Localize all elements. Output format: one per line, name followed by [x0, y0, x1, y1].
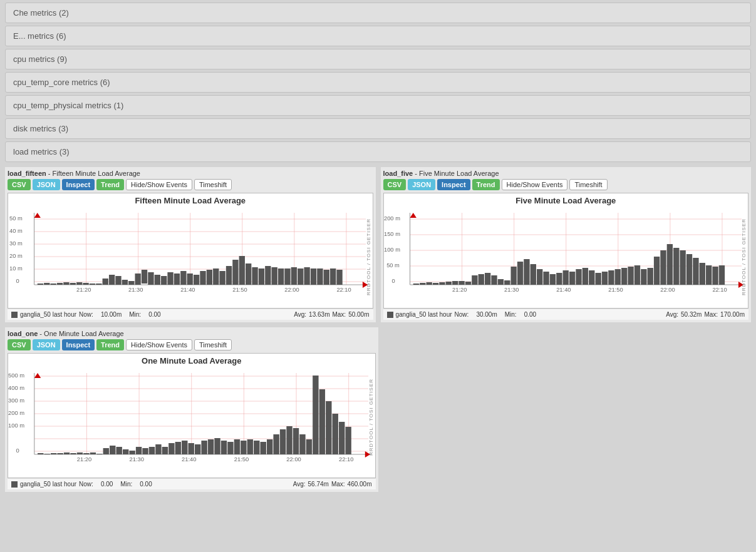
metric-desc-one: One Minute Load Average	[44, 330, 124, 337]
chart-footer-fifteen: ganglia_50 last hour Now: 10.00m Min: 0.…	[8, 309, 373, 320]
max-label-fifteen: Max:	[332, 311, 346, 318]
svg-rect-104	[445, 282, 451, 285]
svg-text:200 m: 200 m	[8, 410, 24, 416]
chart-footer-five: ganglia_50 last hour Now: 30.00m Min: 0.…	[383, 309, 749, 320]
min-label-five: Min:	[505, 311, 517, 318]
empty-right	[383, 327, 752, 492]
svg-rect-178	[51, 453, 56, 454]
svg-text:500 m: 500 m	[8, 372, 24, 379]
svg-rect-209	[254, 441, 259, 454]
avg-val-five: 50.32m	[681, 311, 702, 318]
svg-text:50 m: 50 m	[9, 215, 23, 222]
inspect-btn-one[interactable]: Inspect	[62, 339, 95, 350]
chart-container-one: One Minute Load Average	[8, 353, 376, 478]
now-label-five: Now:	[455, 311, 469, 318]
group-e[interactable]: E... metrics (6)	[5, 26, 751, 46]
svg-text:0: 0	[391, 278, 395, 284]
avg-label-one: Avg:	[293, 481, 306, 488]
svg-rect-72	[336, 270, 342, 285]
group-disk[interactable]: disk metrics (3)	[5, 118, 751, 139]
svg-rect-71	[330, 268, 336, 285]
chart-svg-fifteen: 50 m 40 m 30 m 20 m 10 m 0 21:20 21:30 2…	[8, 207, 373, 294]
json-btn-five[interactable]: JSON	[408, 179, 435, 190]
csv-btn-one[interactable]: CSV	[8, 339, 31, 350]
svg-rect-120	[549, 274, 555, 285]
svg-rect-214	[286, 426, 292, 454]
svg-rect-195	[162, 447, 168, 454]
svg-rect-117	[530, 264, 536, 285]
footer-stats-five: Now: 30.00m Min: 0.00	[455, 311, 664, 318]
svg-rect-61	[265, 266, 271, 285]
svg-rect-58	[246, 263, 251, 285]
svg-rect-48	[180, 271, 186, 285]
max-val-five: 170.00m	[720, 311, 745, 318]
trend-btn-fifteen[interactable]: Trend	[96, 179, 124, 190]
svg-rect-128	[601, 272, 607, 285]
timeshift-btn-five[interactable]: Timeshift	[569, 179, 607, 190]
svg-rect-192	[142, 448, 148, 454]
svg-rect-197	[175, 442, 181, 454]
svg-rect-46	[167, 272, 173, 285]
svg-text:21:40: 21:40	[182, 456, 197, 463]
svg-rect-212	[273, 434, 279, 454]
svg-rect-67	[304, 267, 309, 285]
svg-rect-199	[189, 443, 194, 454]
json-btn-one[interactable]: JSON	[33, 339, 60, 350]
group-disk-label: disk metrics (3)	[13, 124, 68, 133]
svg-rect-210	[261, 442, 266, 454]
metric-desc-five: Five Minute Load Average	[419, 170, 499, 177]
hideshow-btn-five[interactable]: Hide/Show Events	[502, 179, 568, 190]
group-che[interactable]: Che metrics (2)	[5, 3, 751, 23]
btn-row-five: CSV JSON Inspect Trend Hide/Show Events …	[383, 179, 749, 190]
svg-rect-186	[103, 448, 109, 454]
hideshow-btn-fifteen[interactable]: Hide/Show Events	[126, 179, 192, 190]
group-cpu-temp-physical[interactable]: cpu_temp_physical metrics (1)	[5, 95, 751, 116]
svg-text:50 m: 50 m	[386, 262, 400, 268]
svg-rect-201	[201, 441, 207, 454]
svg-rect-113	[504, 280, 510, 285]
svg-rect-44	[155, 275, 160, 285]
inspect-btn-fifteen[interactable]: Inspect	[62, 179, 95, 190]
avg-label-five: Avg:	[666, 311, 678, 318]
svg-rect-51	[200, 271, 205, 285]
hideshow-btn-one[interactable]: Hide/Show Events	[126, 339, 192, 350]
svg-text:21:40: 21:40	[180, 287, 195, 293]
json-btn-fifteen[interactable]: JSON	[33, 179, 60, 190]
svg-rect-138	[666, 244, 672, 285]
group-cpu-temp-core[interactable]: cpu_temp_core metrics (6)	[5, 72, 751, 93]
svg-text:300 m: 300 m	[8, 397, 24, 404]
btn-row-one: CSV JSON Inspect Trend Hide/Show Events …	[8, 339, 376, 350]
svg-rect-183	[83, 453, 89, 454]
svg-rect-222	[339, 422, 344, 454]
svg-rect-206	[234, 439, 240, 454]
svg-rect-68	[311, 268, 316, 285]
now-label-one: Now:	[79, 481, 93, 488]
inspect-btn-five[interactable]: Inspect	[437, 179, 470, 190]
svg-rect-202	[208, 439, 214, 454]
group-load[interactable]: load metrics (3)	[5, 141, 751, 162]
svg-rect-182	[77, 452, 83, 454]
svg-rect-193	[149, 447, 155, 454]
svg-rect-127	[595, 273, 601, 285]
chart-footer-one: ganglia_50 last hour Now: 0.00 Min: 0.00…	[8, 478, 376, 489]
trend-btn-five[interactable]: Trend	[472, 179, 500, 190]
timeshift-btn-fifteen[interactable]: Timeshift	[194, 179, 232, 190]
svg-rect-208	[247, 439, 253, 454]
svg-text:21:40: 21:40	[556, 287, 571, 293]
svg-rect-198	[182, 441, 187, 454]
max-label-five: Max:	[704, 311, 718, 318]
timeshift-btn-one[interactable]: Timeshift	[194, 339, 232, 350]
svg-rect-28	[50, 284, 56, 285]
group-cpu[interactable]: cpu metrics (9)	[5, 49, 751, 69]
chart-svg-one: 500 m 400 m 300 m 200 m 100 m 0 21:20 21…	[8, 367, 375, 464]
svg-rect-187	[110, 446, 115, 454]
svg-rect-177	[44, 454, 50, 454]
trend-btn-one[interactable]: Trend	[96, 339, 124, 350]
svg-rect-129	[608, 270, 614, 285]
csv-btn-fifteen[interactable]: CSV	[8, 179, 31, 190]
csv-btn-five[interactable]: CSV	[383, 179, 406, 190]
svg-rect-35	[96, 284, 101, 285]
svg-text:40 m: 40 m	[9, 228, 23, 234]
svg-rect-114	[510, 267, 516, 285]
svg-rect-140	[680, 250, 685, 285]
